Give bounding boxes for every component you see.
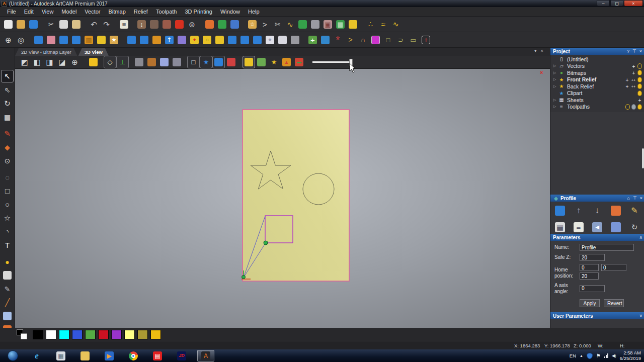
arch-tool-icon[interactable]: ∩ — [357, 34, 369, 46]
clock[interactable]: 2:58 AM 6/25/2019 — [620, 350, 643, 361]
Toolpath[interactable]: Toolpath — [152, 7, 181, 16]
swatch-purple[interactable] — [111, 330, 122, 339]
relief-layer-icon[interactable] — [158, 56, 171, 68]
color-stack-icon[interactable]: ▬ — [293, 56, 305, 68]
add-icon[interactable]: + — [631, 70, 636, 75]
dock-close-icon[interactable]: × — [541, 48, 543, 53]
calculate-icon[interactable]: ▦ — [552, 220, 568, 234]
tree-expander-icon[interactable]: ▷ — [553, 64, 558, 68]
View[interactable]: View — [38, 7, 58, 16]
draft-plane-icon[interactable]: ◇ — [104, 56, 116, 68]
collapse-icon[interactable]: ∧ — [639, 234, 642, 241]
open-model-icon[interactable] — [15, 18, 27, 31]
tilt-plane-icon[interactable] — [171, 56, 183, 68]
apply-button[interactable]: Apply — [580, 299, 600, 307]
slice-model-icon[interactable] — [148, 18, 160, 31]
node-edit-tool-icon[interactable]: ⇖ — [1, 83, 14, 96]
File[interactable]: File — [3, 7, 20, 16]
action-center-flag-icon[interactable]: ⚑ — [596, 353, 601, 358]
transform-tool-icon[interactable]: ↻ — [1, 97, 14, 110]
Bitmap[interactable]: Bitmap — [105, 7, 130, 16]
add-relief-icon[interactable]: + — [306, 34, 319, 46]
tree-item-back-relief[interactable]: ▷ ★ Back Relief +++ — [550, 83, 644, 90]
close-button[interactable]: × — [624, 0, 643, 7]
tree-expander-icon[interactable]: ▷ — [553, 77, 558, 81]
swatch-blue[interactable] — [72, 330, 83, 339]
measure-tool-icon[interactable]: ⊙ — [1, 154, 14, 167]
magenta-select-icon[interactable] — [369, 34, 382, 46]
layer-stack-icon[interactable] — [289, 34, 301, 46]
rect-outline-icon[interactable]: ▭ — [407, 34, 420, 46]
curve-yellow-icon[interactable]: > — [344, 34, 357, 46]
3D Printing[interactable]: 3D Printing — [181, 7, 216, 16]
add-icon[interactable]: + — [637, 97, 642, 103]
start-button[interactable] — [4, 350, 21, 361]
vector-dots-icon[interactable]: ∴ — [364, 18, 377, 31]
tree-item-sheets[interactable]: ▷ ▦ Sheets + — [550, 97, 644, 104]
delete-toolpath-icon[interactable] — [608, 204, 623, 217]
star-dome-icon[interactable]: ★ — [264, 34, 276, 46]
shape-overlap-icon[interactable]: □ — [382, 34, 394, 46]
model-canvas[interactable]: × — [15, 69, 550, 328]
texture-relief-icon[interactable]: ▦ — [334, 18, 347, 31]
half-plane-icon[interactable] — [138, 34, 150, 46]
sheet-blue-icon[interactable] — [251, 34, 264, 46]
rotate-axis-icon[interactable]: ↻ — [627, 220, 642, 234]
spiky-red-icon[interactable]: * — [332, 34, 344, 46]
project-panel-header[interactable]: Project ? ⊤ × — [550, 48, 644, 55]
zoom-window-icon[interactable]: ⊕ — [2, 34, 15, 46]
Window[interactable]: Window — [216, 7, 244, 16]
wrap-relief-icon[interactable] — [309, 18, 321, 31]
swatch-red[interactable] — [98, 330, 109, 339]
new-model-icon[interactable] — [2, 18, 15, 31]
slider-handle[interactable] — [349, 59, 353, 66]
calculator-taskbar-icon[interactable]: ▦ — [52, 350, 69, 361]
blob-blue-icon[interactable] — [319, 34, 332, 46]
minimize-button[interactable]: – — [597, 0, 610, 7]
secondary-color-swatch[interactable] — [21, 333, 27, 339]
tree-expander-icon[interactable]: ▷ — [553, 71, 558, 75]
color-pyramid-icon[interactable]: ▲ — [280, 56, 293, 68]
tree-item-vectors[interactable]: ▷ ▱ Vectors + — [550, 63, 644, 70]
parameters-header[interactable]: Parameters ∧ — [550, 234, 644, 241]
Edit[interactable]: Edit — [20, 7, 38, 16]
volume-icon[interactable]: ◀) — [612, 353, 616, 358]
swatch-cyan[interactable] — [59, 330, 69, 339]
bulb-on-icon[interactable] — [637, 70, 642, 75]
copy-relief-icon[interactable]: □ — [187, 56, 200, 68]
red-dot-relief-icon[interactable]: • — [188, 34, 201, 46]
bulb-gray-icon[interactable] — [631, 104, 636, 110]
tree-item-toolpaths[interactable]: ▷ ≡ Toolpaths — [550, 104, 644, 111]
text-tool-icon[interactable]: T — [1, 239, 14, 251]
maze-texture-icon[interactable]: ▣ — [321, 18, 334, 31]
tree-item-clipart[interactable]: ★ Clipart — [550, 90, 644, 97]
contour-tool-icon[interactable]: ◌ — [1, 171, 14, 184]
add-icon[interactable]: + — [631, 63, 636, 69]
color-grid-icon[interactable] — [228, 18, 241, 31]
swatch-olive[interactable] — [137, 330, 148, 339]
tab-3d-view[interactable]: 3D View — [78, 48, 109, 56]
orbit-view-icon[interactable]: ◎ — [15, 34, 27, 46]
panel-scrollbar[interactable] — [642, 148, 644, 168]
profile-panel-header[interactable]: ◈ Profile ⌂ ⊤ × — [550, 195, 644, 202]
save-toolpath-icon[interactable] — [552, 204, 568, 217]
notes-icon[interactable]: ≡ — [571, 220, 586, 234]
bulb-on-icon[interactable] — [637, 90, 642, 96]
panel-close-icon[interactable]: × — [639, 48, 642, 55]
view-side-icon[interactable]: ◨ — [43, 56, 56, 68]
tree-item-front-relief[interactable]: ▷ ★ Front Relief +++ — [550, 76, 644, 83]
revert-button[interactable]: Revert — [604, 299, 624, 307]
relief-yellow-icon[interactable] — [347, 18, 359, 31]
artcam-taskbar-icon[interactable]: A — [197, 350, 214, 361]
edit-toolpath-icon[interactable]: ✎ — [627, 204, 642, 217]
jd-taskbar-icon[interactable]: JD — [173, 350, 190, 361]
copy-icon[interactable] — [57, 18, 70, 31]
relief-oval-icon[interactable] — [296, 18, 309, 31]
view-front-icon[interactable]: ◧ — [31, 56, 43, 68]
swatch-white[interactable] — [46, 330, 56, 339]
star-zoom-icon[interactable]: ★ — [268, 56, 280, 68]
save-model-icon[interactable] — [27, 18, 40, 31]
explorer-taskbar-icon[interactable] — [76, 350, 94, 361]
flood-fill-icon[interactable] — [203, 18, 216, 31]
paste-relief-icon[interactable]: ++ — [631, 83, 636, 89]
